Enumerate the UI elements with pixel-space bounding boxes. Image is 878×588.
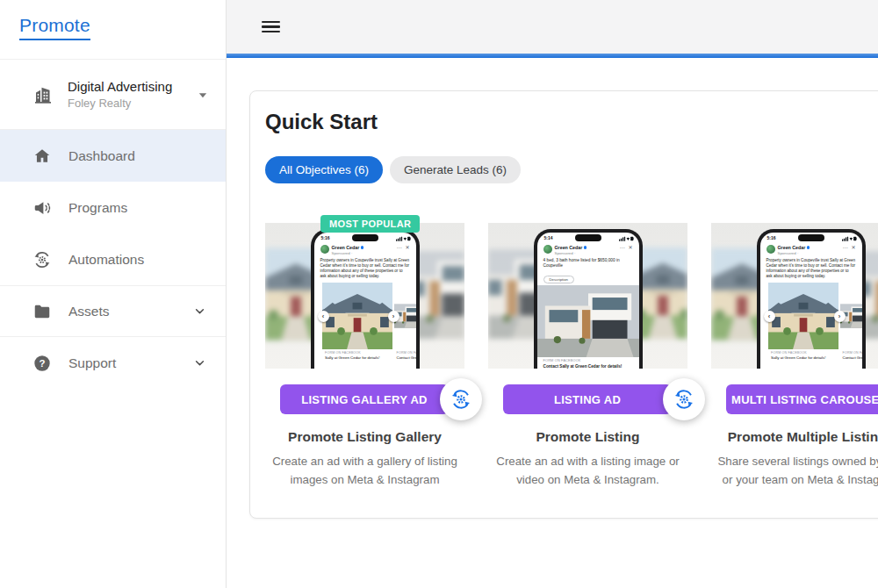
phone-mockup: 5:16 Green Cedar Sponsored · ⋯✕ [757, 229, 866, 369]
card-multi-listing-carousel-ad[interactable]: 5:16 Green Cedar Sponsored · ⋯✕ [711, 223, 878, 489]
multi-listing-carousel-ad-button[interactable]: MULTI LISTING CAROUSEL AD [726, 384, 878, 414]
phone-screen: 5:16 Green Cedar Sponsored · ⋯✕ [314, 233, 416, 369]
chevron-down-icon [192, 304, 207, 319]
advertiser-name: Green Cedar [332, 245, 360, 250]
menu-icon[interactable] [262, 18, 280, 35]
advertiser-avatar [543, 245, 552, 254]
verified-icon [584, 246, 587, 249]
house-photo [537, 285, 639, 357]
card-action-row: MULTI LISTING CAROUSEL AD [726, 384, 878, 414]
card-action-row: LISTING AD [503, 384, 672, 414]
sidebar-item-automations[interactable]: Automations [0, 233, 226, 285]
card-listing-ad[interactable]: 5:14 Green Cedar Sponsored · ⋯✕ [488, 223, 687, 489]
sponsored-label: Sponsored · [778, 251, 810, 255]
carousel-left-arrow-icon: ‹ [318, 311, 329, 322]
automation-icon [450, 388, 472, 411]
more-icon: ⋯ [619, 245, 624, 250]
account-text: Digital Advertising Foley Realty [68, 79, 172, 110]
automation-fab-button[interactable] [663, 378, 705, 420]
carousel-caption: Sally at Green Cedar for details! [771, 355, 836, 360]
phone-statusbar: 5:14 [537, 233, 639, 242]
objective-filters: All Objectives (6) Generate Leads (6) [265, 156, 878, 183]
ad-preview: 5:16 Green Cedar Sponsored · ⋯✕ [711, 223, 878, 369]
sidebar-item-assets[interactable]: Assets [0, 285, 226, 337]
megaphone-icon [32, 198, 52, 218]
carousel-caption: Contact Green Cedar [397, 355, 414, 360]
sidebar-item-dashboard[interactable]: Dashboard [0, 130, 226, 182]
advertiser-name: Green Cedar [778, 245, 806, 250]
most-popular-badge: MOST POPULAR [320, 215, 420, 233]
advertiser-lines: Green Cedar Sponsored · [332, 245, 364, 255]
card-action-row: LISTING GALLERY AD [280, 384, 449, 414]
sidebar-item-programs[interactable]: Programs [0, 182, 226, 233]
filter-chip-all-objectives[interactable]: All Objectives (6) [265, 156, 383, 183]
page-title: Quick Start [265, 110, 878, 134]
home-icon [32, 147, 52, 166]
ad-carousel: FORM ON FACEBOOK Sally at Green Cedar fo… [314, 283, 416, 367]
automation-fab-button[interactable] [440, 378, 482, 420]
house-photo [322, 283, 392, 349]
carousel-kicker: FORM ON FACEBOOK [771, 351, 836, 355]
description-tag: Description [543, 276, 575, 284]
card-description: Create an ad with a gallery of listing i… [265, 452, 464, 489]
carousel-main-card: FORM ON FACEBOOK Sally at Green Cedar fo… [768, 283, 838, 367]
ad-post-header: Green Cedar Sponsored · ⋯✕ [314, 242, 416, 255]
card-listing-gallery-ad[interactable]: MOST POPULAR 5:16 [265, 223, 464, 489]
phone-mockup: 5:16 Green Cedar Sponsored · ⋯✕ [311, 229, 420, 369]
main-area: Quick Start All Objectives (6) Generate … [227, 0, 878, 588]
filter-chip-generate-leads[interactable]: Generate Leads (6) [390, 156, 521, 183]
more-icon: ⋯ [396, 245, 401, 250]
promote-logo[interactable]: Promote [19, 15, 90, 40]
ad-carousel: FORM ON FACEBOOK Sally at Green Cedar fo… [760, 283, 862, 367]
ad-kicker: FORM ON FACEBOOK [543, 359, 633, 362]
quick-start-panel: Quick Start All Objectives (6) Generate … [249, 90, 878, 519]
carousel-caption: Contact Green Cedar [843, 355, 860, 360]
sidebar-item-label: Dashboard [68, 148, 135, 164]
phone-notch [798, 234, 824, 241]
phone-notch [575, 234, 601, 241]
more-icon: ⋯ [842, 245, 847, 250]
card-title: Promote Listing [488, 429, 687, 445]
verified-icon [361, 246, 364, 249]
building-icon [32, 84, 54, 105]
carousel-kicker: FORM ON FACEBOOK [843, 351, 860, 355]
ad-preview: 5:14 Green Cedar Sponsored · ⋯✕ [488, 223, 687, 369]
status-icons [619, 236, 634, 241]
card-title: Promote Multiple Listings [711, 429, 878, 445]
account-switcher[interactable]: Digital Advertising Foley Realty [0, 60, 226, 130]
ad-post-header: Green Cedar Sponsored · ⋯✕ [537, 242, 639, 255]
house-photo [768, 283, 838, 349]
ad-body-text: Property owners in Coupeville trust Sall… [760, 255, 862, 282]
advertiser-avatar [320, 245, 329, 254]
status-icons [842, 236, 857, 241]
account-title: Digital Advertising [68, 79, 172, 94]
listing-ad-button[interactable]: LISTING AD [503, 384, 672, 414]
carousel-right-arrow-icon: › [388, 311, 399, 322]
carousel-prev-sliver [314, 283, 321, 367]
phone-statusbar: 5:16 [760, 233, 862, 242]
phone-time: 5:16 [767, 235, 776, 240]
caret-down-icon [194, 86, 212, 104]
automation-icon [32, 250, 52, 269]
ad-post-header: Green Cedar Sponsored · ⋯✕ [760, 242, 862, 255]
carousel-kicker: FORM ON FACEBOOK [397, 351, 414, 355]
close-icon: ✕ [405, 245, 409, 250]
quick-start-cards: MOST POPULAR 5:16 [265, 223, 878, 489]
help-icon [32, 354, 52, 373]
phone-screen: 5:14 Green Cedar Sponsored · ⋯✕ [537, 233, 639, 369]
sidebar-nav: Dashboard Programs Automations Assets Su… [0, 130, 226, 389]
carousel-caption-strip: FORM ON FACEBOOK Sally at Green Cedar fo… [768, 349, 838, 367]
advertiser-name: Green Cedar [555, 245, 583, 250]
carousel-kicker: FORM ON FACEBOOK [325, 351, 390, 355]
listing-photo [537, 285, 639, 357]
carousel-caption-strip: FORM ON FACEBOOK Contact Green Cedar [394, 349, 416, 367]
advertiser-lines: Green Cedar Sponsored · [555, 245, 587, 255]
listing-gallery-ad-button[interactable]: LISTING GALLERY AD [280, 384, 449, 414]
verified-icon [807, 246, 810, 249]
carousel-prev-sliver [760, 283, 767, 367]
sidebar-item-support[interactable]: Support [0, 337, 226, 389]
status-icons [396, 236, 411, 241]
topbar [227, 0, 878, 54]
sponsored-label: Sponsored · [332, 251, 364, 255]
ad-preview: 5:16 Green Cedar Sponsored · ⋯✕ [265, 223, 464, 369]
